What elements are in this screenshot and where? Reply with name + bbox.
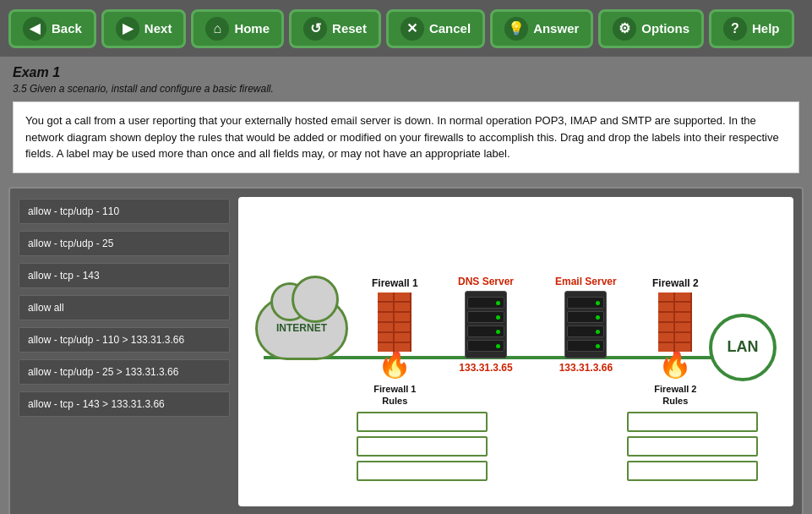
dns-server-ip: 133.31.3.65 (459, 362, 512, 374)
label-item[interactable]: allow all (19, 295, 230, 320)
firewall1-top-label: Firewall 1 (372, 277, 418, 289)
network-diagram: INTERNET Firewall 1 🔥 Firewall 1Rules DN… (247, 205, 785, 498)
firewall1-flame: 🔥 (378, 347, 411, 380)
label-item[interactable]: allow - tcp/udp - 25 > 133.31.3.66 (19, 359, 230, 385)
labels-panel: allow - tcp/udp - 110 allow - tcp/udp - … (10, 189, 238, 515)
back-icon: ◀ (23, 17, 46, 41)
cancel-icon: ✕ (401, 17, 424, 41)
label-item[interactable]: allow - tcp - 143 > 133.31.3.66 (19, 391, 230, 417)
fw1-drop-zone-3[interactable] (357, 461, 488, 481)
server-unit (567, 311, 604, 323)
lan-node: LAN (709, 314, 777, 381)
main-panel: allow - tcp/udp - 110 allow - tcp/udp - … (8, 187, 804, 515)
label-item[interactable]: allow - tcp/udp - 110 (19, 199, 230, 224)
help-label: Help (752, 21, 780, 36)
next-label: Next (144, 21, 172, 36)
back-label: Back (52, 21, 82, 36)
reset-label: Reset (332, 21, 367, 36)
answer-label: Answer (533, 21, 579, 36)
internet-node: INTERNET (255, 297, 348, 360)
diagram-area: INTERNET Firewall 1 🔥 Firewall 1Rules DN… (238, 197, 793, 506)
server-unit (467, 311, 504, 323)
back-button[interactable]: ◀ Back (8, 9, 96, 48)
server-unit (467, 340, 504, 352)
email-server-node: Email Server 133.31.3.66 (555, 276, 617, 374)
cancel-label: Cancel (429, 21, 471, 36)
firewall2-flame: 🔥 (658, 347, 692, 380)
firewall1-wall (378, 293, 411, 352)
firewall1-node: Firewall 1 🔥 Firewall 1Rules (372, 277, 418, 407)
lan-label: LAN (728, 338, 759, 356)
fw2-drop-zone-1[interactable] (627, 412, 758, 432)
lan-circle: LAN (709, 314, 777, 381)
firewall2-top-label: Firewall 2 (652, 277, 699, 289)
label-item[interactable]: allow - tcp - 143 (19, 263, 230, 288)
email-server-body (564, 291, 607, 358)
next-icon: ▶ (116, 17, 139, 41)
server-unit (567, 297, 604, 309)
help-icon: ? (723, 17, 747, 41)
help-button[interactable]: ? Help (709, 9, 794, 48)
home-label: Home (234, 21, 270, 36)
email-server-ip: 133.31.3.66 (559, 362, 613, 374)
server-unit (567, 340, 604, 352)
next-button[interactable]: ▶ Next (101, 9, 187, 48)
server-unit (567, 325, 604, 337)
firewall2-wall (658, 293, 692, 352)
question-box: You got a call from a user reporting tha… (13, 101, 799, 173)
internet-label: INTERNET (276, 322, 327, 334)
firewall2-bottom-label: Firewall 2Rules (654, 383, 696, 407)
exam-title: Exam 1 (13, 65, 799, 80)
dns-server-label: DNS Server (458, 276, 514, 287)
toolbar: ◀ Back ▶ Next ⌂ Home ↺ Reset ✕ Cancel 💡 … (0, 0, 812, 57)
dns-server-node: DNS Server 133.31.3.65 (458, 276, 514, 374)
cancel-button[interactable]: ✕ Cancel (386, 9, 485, 48)
email-server-label: Email Server (555, 276, 617, 287)
options-button[interactable]: ⚙ Options (598, 9, 704, 48)
fw2-drop-zone-2[interactable] (627, 436, 758, 457)
firewall1-bottom-label: Firewall 1Rules (373, 383, 416, 407)
firewall2-node: Firewall 2 🔥 Firewall 2Rules (652, 277, 699, 407)
firewall1-rules-zone (357, 412, 488, 481)
exam-subtitle: 3.5 Given a scenario, install and config… (13, 83, 799, 95)
answer-icon: 💡 (504, 17, 528, 41)
internet-cloud: INTERNET (255, 297, 348, 360)
server-unit (467, 325, 504, 337)
reset-button[interactable]: ↺ Reset (289, 9, 381, 48)
firewall2-rules-zone (627, 412, 758, 481)
options-icon: ⚙ (613, 17, 636, 41)
fw1-drop-zone-1[interactable] (357, 412, 488, 432)
content-area: Exam 1 3.5 Given a scenario, install and… (0, 57, 812, 180)
fw1-drop-zone-2[interactable] (357, 436, 488, 457)
label-item[interactable]: allow - tcp/udp - 110 > 133.31.3.66 (19, 327, 230, 353)
home-button[interactable]: ⌂ Home (191, 9, 284, 48)
server-unit (467, 297, 504, 309)
label-item[interactable]: allow - tcp/udp - 25 (19, 231, 230, 256)
options-label: Options (641, 21, 689, 36)
answer-button[interactable]: 💡 Answer (490, 9, 593, 48)
dns-server-body (465, 291, 507, 358)
fw2-drop-zone-3[interactable] (627, 461, 758, 481)
reset-icon: ↺ (303, 17, 327, 41)
home-icon: ⌂ (205, 17, 229, 41)
